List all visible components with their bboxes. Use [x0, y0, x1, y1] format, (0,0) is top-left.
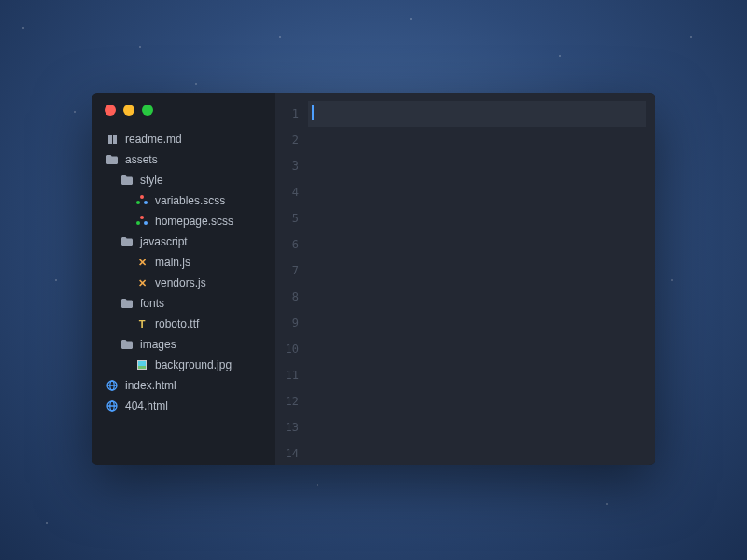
tree-file[interactable]: readme.md — [92, 129, 275, 149]
tree-file[interactable]: ✕vendors.js — [92, 273, 275, 293]
line-number: 4 — [275, 179, 308, 205]
tree-item-label: vendors.js — [155, 276, 206, 289]
folder-icon — [105, 155, 120, 164]
file-tree: readme.mdassetsstylevariables.scsshomepa… — [92, 129, 275, 416]
folder-icon — [120, 237, 134, 246]
tree-file[interactable]: homepage.scss — [92, 211, 275, 231]
tree-folder[interactable]: assets — [92, 149, 275, 170]
tree-item-label: background.jpg — [155, 358, 232, 371]
line-number: 1 — [275, 101, 308, 127]
close-button[interactable] — [105, 105, 116, 116]
html-file-icon — [105, 400, 120, 412]
line-number: 9 — [275, 310, 308, 336]
line-number: 14 — [275, 441, 308, 465]
line-number: 10 — [275, 336, 308, 362]
tree-file[interactable]: background.jpg — [92, 355, 275, 375]
line-number: 13 — [275, 414, 308, 441]
line-number: 8 — [275, 284, 308, 310]
tree-item-label: images — [140, 338, 176, 351]
tree-folder[interactable]: images — [92, 334, 275, 355]
js-file-icon: ✕ — [134, 258, 149, 268]
image-file-icon — [134, 360, 149, 370]
folder-icon — [120, 175, 134, 185]
line-number: 3 — [275, 153, 308, 179]
markdown-file-icon — [105, 135, 120, 144]
tree-item-label: assets — [125, 153, 158, 166]
tree-item-label: style — [140, 174, 163, 187]
folder-icon — [120, 299, 134, 308]
html-file-icon — [105, 380, 120, 391]
line-number: 12 — [275, 388, 308, 414]
line-number: 7 — [275, 258, 308, 284]
tree-folder[interactable]: javascript — [92, 231, 275, 252]
window-controls — [92, 105, 275, 129]
tree-file[interactable]: Troboto.ttf — [92, 314, 275, 334]
js-file-icon: ✕ — [134, 278, 149, 288]
scss-file-icon — [134, 216, 149, 227]
folder-icon — [120, 340, 134, 349]
tree-item-label: index.html — [125, 379, 176, 392]
active-line-highlight — [308, 101, 646, 127]
tree-item-label: 404.html — [125, 399, 168, 413]
tree-item-label: main.js — [155, 256, 190, 269]
tree-file[interactable]: ✕main.js — [92, 252, 275, 273]
code-area[interactable] — [308, 93, 655, 465]
tree-file[interactable]: variables.scss — [92, 190, 275, 211]
tree-file[interactable]: index.html — [92, 375, 275, 396]
desktop-wallpaper: readme.mdassetsstylevariables.scsshomepa… — [0, 0, 747, 560]
scss-file-icon — [134, 195, 149, 206]
tree-folder[interactable]: fonts — [92, 293, 275, 314]
tree-item-label: fonts — [140, 297, 164, 310]
tree-item-label: readme.md — [125, 133, 182, 146]
line-number: 11 — [275, 362, 308, 388]
tree-item-label: roboto.ttf — [155, 317, 199, 330]
editor-pane: 1234567891011121314 — [275, 93, 655, 465]
tree-file[interactable]: 404.html — [92, 396, 275, 416]
line-number: 5 — [275, 205, 308, 231]
minimize-button[interactable] — [123, 105, 134, 116]
line-number: 2 — [275, 127, 308, 153]
tree-item-label: homepage.scss — [155, 215, 233, 228]
text-cursor — [312, 105, 314, 120]
tree-item-label: variables.scss — [155, 194, 225, 207]
line-number-gutter: 1234567891011121314 — [275, 93, 308, 465]
sidebar: readme.mdassetsstylevariables.scsshomepa… — [92, 93, 275, 465]
maximize-button[interactable] — [142, 105, 153, 116]
tree-item-label: javascript — [140, 235, 188, 248]
line-number: 6 — [275, 231, 308, 258]
tree-folder[interactable]: style — [92, 170, 275, 190]
editor-window: readme.mdassetsstylevariables.scsshomepa… — [92, 93, 655, 465]
font-file-icon: T — [134, 319, 149, 329]
